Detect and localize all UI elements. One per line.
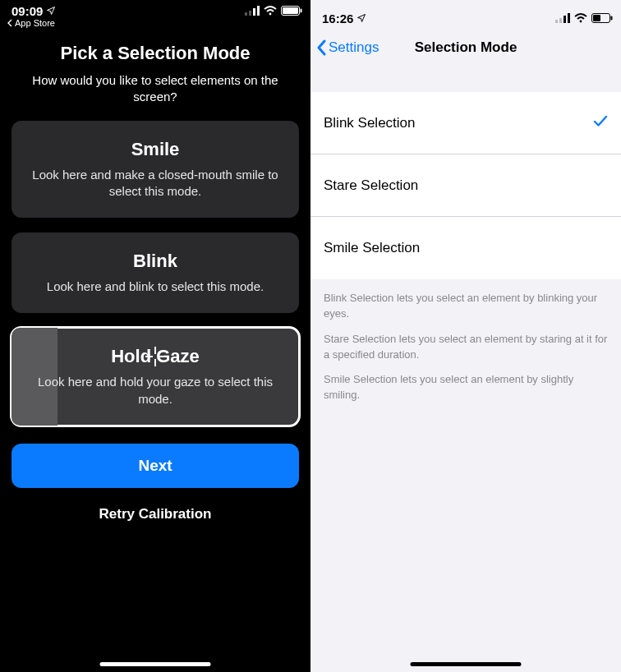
footer-line: Stare Selection lets you select an eleme… xyxy=(324,332,608,363)
svg-rect-0 xyxy=(245,12,247,16)
battery-icon xyxy=(281,6,302,16)
row-smile-selection[interactable]: Smile Selection xyxy=(310,217,621,279)
svg-rect-1 xyxy=(249,11,251,16)
svg-rect-2 xyxy=(253,8,255,16)
nav-title: Selection Mode xyxy=(415,39,518,56)
retry-calibration-button[interactable]: Retry Calibration xyxy=(12,506,299,522)
mode-card-hold-gaze[interactable]: Hold Gaze Look here and hold your gaze t… xyxy=(12,328,299,426)
svg-rect-18 xyxy=(593,15,600,21)
card-title: Blink xyxy=(31,251,279,272)
section-gap xyxy=(310,66,621,92)
selection-mode-list: Blink Selection Stare Selection Smile Se… xyxy=(310,92,621,279)
svg-point-4 xyxy=(269,13,272,16)
nav-bar: Settings Selection Mode xyxy=(310,30,621,66)
card-desc: Look here and blink to select this mode. xyxy=(31,278,279,295)
row-label: Blink Selection xyxy=(324,115,416,131)
checkmark-icon xyxy=(593,114,608,131)
wifi-icon xyxy=(264,6,277,16)
svg-rect-12 xyxy=(555,20,558,23)
row-stare-selection[interactable]: Stare Selection xyxy=(310,154,621,217)
onboarding-screen: 09:09 App Store Pick a Selection Mode Ho… xyxy=(0,0,310,672)
status-bar: 16:26 xyxy=(310,0,621,30)
status-time: 16:26 xyxy=(322,12,353,25)
back-label: App Store xyxy=(15,18,55,28)
next-button[interactable]: Next xyxy=(12,444,299,488)
svg-point-16 xyxy=(580,21,582,23)
card-title: Smile xyxy=(31,139,279,160)
home-indicator[interactable] xyxy=(411,662,522,666)
row-label: Stare Selection xyxy=(324,177,418,194)
mode-card-smile[interactable]: Smile Look here and make a closed-mouth … xyxy=(12,121,299,219)
home-indicator[interactable] xyxy=(100,662,211,666)
nav-back-label: Settings xyxy=(329,39,379,56)
battery-icon xyxy=(591,13,613,23)
location-icon xyxy=(46,6,56,16)
back-to-appstore[interactable]: App Store xyxy=(0,16,310,28)
chevron-left-icon xyxy=(315,39,327,57)
footer-line: Blink Selection lets you select an eleme… xyxy=(324,291,608,322)
svg-rect-14 xyxy=(564,16,566,23)
svg-rect-6 xyxy=(283,7,298,14)
status-time: 09:09 xyxy=(12,4,43,18)
card-title: Hold Gaze xyxy=(31,346,279,367)
svg-rect-15 xyxy=(568,13,570,23)
footer-line: Smile Selection lets you select an eleme… xyxy=(324,372,608,403)
footer-description: Blink Selection lets you select an eleme… xyxy=(310,279,621,425)
wifi-icon xyxy=(574,13,587,23)
location-icon xyxy=(356,13,366,23)
nav-back-button[interactable]: Settings xyxy=(310,39,379,57)
page-title: Pick a Selection Mode xyxy=(12,43,299,64)
chevron-left-icon xyxy=(7,19,13,27)
signal-icon xyxy=(245,6,260,16)
mode-card-blink[interactable]: Blink Look here and blink to select this… xyxy=(12,232,299,313)
signal-icon xyxy=(555,13,570,23)
page-subtitle: How would you like to select elements on… xyxy=(12,72,299,106)
row-blink-selection[interactable]: Blink Selection xyxy=(310,92,621,154)
row-label: Smile Selection xyxy=(324,240,420,256)
svg-rect-3 xyxy=(257,6,260,16)
svg-rect-13 xyxy=(559,18,562,23)
card-desc: Look here and make a closed-mouth smile … xyxy=(31,167,279,200)
svg-rect-19 xyxy=(611,16,613,21)
settings-screen: 16:26 Settings Selection Mode Blink Sele… xyxy=(310,0,621,672)
status-bar: 09:09 xyxy=(0,0,310,16)
svg-rect-7 xyxy=(301,9,302,13)
card-desc: Look here and hold your gaze to select t… xyxy=(31,374,279,407)
